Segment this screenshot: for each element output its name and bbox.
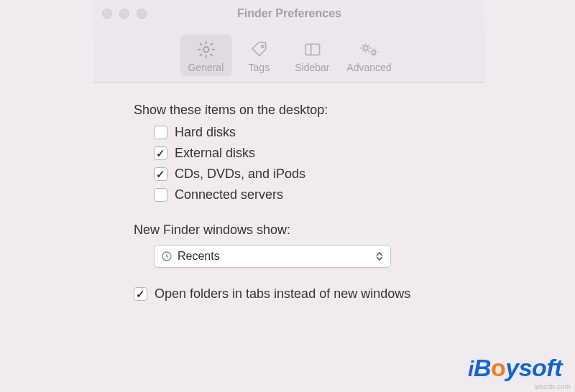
gear-icon [196, 39, 216, 60]
tab-general-label: General [188, 62, 224, 73]
tab-sidebar-label: Sidebar [295, 62, 329, 73]
svg-point-4 [364, 46, 368, 50]
checkbox-external-disks[interactable]: External disks [154, 146, 464, 161]
sidebar-icon [303, 39, 321, 60]
checkbox-connected-servers[interactable]: Connected servers [154, 187, 464, 202]
desktop-items-label: Show these items on the desktop: [134, 103, 464, 118]
preferences-content: Show these items on the desktop: Hard di… [93, 83, 485, 316]
checkbox-cds-dvds-ipods[interactable]: CDs, DVDs, and iPods [154, 167, 464, 182]
svg-rect-2 [305, 44, 320, 55]
tab-advanced-label: Advanced [346, 62, 391, 73]
checkbox-hard-disks[interactable]: Hard disks [154, 125, 464, 140]
checkbox-label: Open folders in tabs instead of new wind… [155, 286, 410, 302]
preference-tabs: General Tags Sidebar [180, 34, 398, 76]
checkbox-label: Connected servers [175, 187, 283, 202]
checkbox-icon [154, 126, 167, 139]
clock-icon [160, 250, 173, 263]
svg-point-0 [203, 47, 208, 52]
select-value: Recents [178, 250, 374, 263]
watermark-logo: iBoysoft [468, 354, 562, 382]
watermark-source: wsxdn.com [535, 383, 571, 391]
checkbox-open-in-tabs[interactable]: Open folders in tabs instead of new wind… [134, 286, 464, 302]
tab-advanced[interactable]: Advanced [339, 34, 398, 76]
window-toolbar: Finder Preferences General [93, 0, 485, 83]
checkbox-label: External disks [175, 146, 255, 161]
checkbox-icon [154, 146, 167, 160]
tab-general[interactable]: General [180, 34, 231, 76]
checkbox-icon [154, 167, 167, 181]
tab-tags-label: Tags [249, 62, 270, 73]
tag-icon [249, 39, 268, 60]
new-finder-windows-select[interactable]: Recents [154, 245, 391, 268]
checkbox-icon [134, 287, 147, 301]
checkbox-icon [154, 188, 167, 202]
preferences-window: Finder Preferences General [93, 0, 485, 316]
updown-arrows-icon [374, 252, 385, 261]
new-finder-windows-label: New Finder windows show: [134, 223, 464, 238]
window-title: Finder Preferences [93, 7, 485, 20]
tab-tags[interactable]: Tags [233, 34, 285, 76]
checkbox-label: CDs, DVDs, and iPods [175, 167, 305, 182]
new-finder-windows-select-wrap: Recents [134, 245, 464, 268]
desktop-items-list: Hard disks External disks CDs, DVDs, and… [134, 125, 464, 202]
checkbox-label: Hard disks [175, 125, 236, 140]
svg-point-1 [261, 45, 263, 47]
gears-icon [359, 39, 380, 60]
tab-sidebar[interactable]: Sidebar [286, 34, 338, 76]
